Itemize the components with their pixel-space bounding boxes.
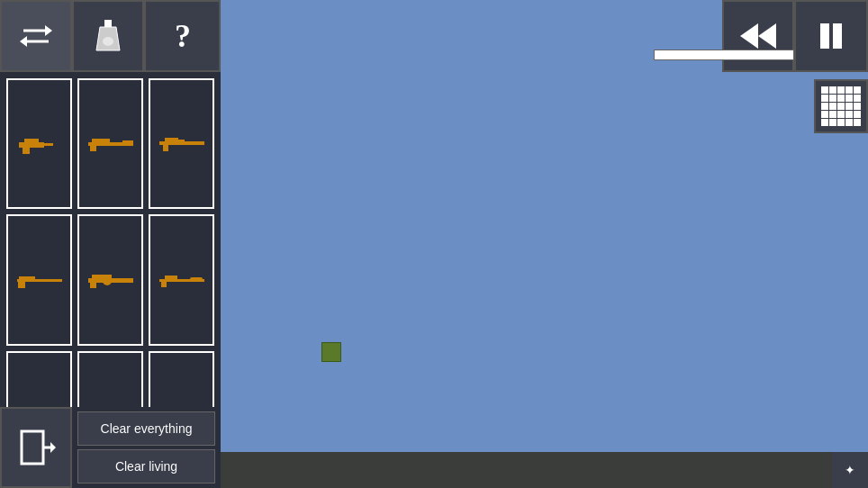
potion-icon (93, 18, 123, 54)
weapon-cell-4[interactable] (6, 214, 72, 345)
swap-button[interactable] (0, 0, 72, 72)
svg-marker-41 (758, 23, 776, 49)
sidebar-toolbar: ? (0, 0, 221, 72)
weapon-cell-5[interactable] (77, 214, 143, 345)
weapon-cell-1[interactable] (6, 78, 72, 209)
svg-rect-21 (19, 276, 35, 280)
svg-rect-44 (833, 23, 842, 49)
svg-rect-19 (177, 140, 185, 145)
svg-rect-14 (90, 146, 96, 151)
pause-button[interactable] (794, 0, 868, 72)
weapon-cell-6[interactable] (149, 214, 214, 345)
svg-rect-26 (103, 276, 112, 285)
svg-rect-30 (190, 277, 203, 282)
shotgun-icon (15, 269, 64, 291)
svg-point-6 (103, 37, 113, 46)
bottom-bar: ✦ (221, 452, 868, 488)
rewind-button[interactable] (722, 0, 794, 72)
rifle-icon (86, 133, 135, 155)
smg-icon (158, 133, 206, 155)
bottom-actions: Clear everything Clear living (0, 407, 221, 488)
swap-icon (18, 18, 54, 54)
svg-rect-18 (163, 145, 168, 151)
svg-marker-39 (50, 442, 56, 453)
svg-rect-9 (24, 139, 39, 143)
svg-rect-10 (23, 148, 30, 154)
svg-text:?: ? (175, 18, 191, 54)
svg-marker-4 (20, 36, 27, 47)
sniper-icon (158, 269, 206, 291)
svg-rect-15 (122, 140, 133, 146)
svg-rect-28 (165, 276, 177, 280)
weapon-cell-2[interactable] (77, 78, 143, 209)
bottom-right-button[interactable]: ✦ (832, 452, 868, 488)
svg-rect-25 (90, 283, 96, 288)
svg-text:✦: ✦ (845, 463, 855, 477)
progress-bar-fill (655, 50, 793, 59)
pause-icon (813, 18, 849, 54)
question-button[interactable]: ? (144, 0, 221, 72)
svg-rect-37 (22, 431, 43, 464)
progress-bar-container (654, 50, 794, 60)
clear-living-button[interactable]: Clear living (77, 449, 215, 483)
svg-rect-5 (104, 20, 112, 27)
exit-icon (16, 428, 56, 467)
weapon-cell-3[interactable] (149, 78, 214, 209)
question-icon: ? (167, 18, 198, 54)
grid-overlay-button[interactable] (814, 79, 868, 133)
svg-rect-43 (820, 23, 829, 49)
svg-rect-13 (92, 139, 110, 143)
clear-menu: Clear everything Clear living (72, 407, 221, 488)
game-object (321, 342, 341, 362)
svg-rect-22 (18, 282, 25, 288)
lmg-icon (86, 269, 135, 291)
rewind-icon (737, 18, 780, 54)
potion-button[interactable] (72, 0, 144, 72)
svg-marker-42 (740, 23, 758, 49)
svg-rect-17 (165, 138, 178, 142)
clear-everything-button[interactable]: Clear everything (77, 411, 215, 446)
exit-button[interactable] (0, 407, 72, 488)
settings-icon: ✦ (841, 461, 859, 479)
svg-rect-11 (44, 143, 53, 146)
top-right-controls (722, 0, 868, 72)
svg-rect-29 (161, 282, 167, 287)
svg-marker-2 (45, 25, 52, 36)
grid-icon (821, 86, 861, 126)
pistol-icon (15, 133, 64, 155)
